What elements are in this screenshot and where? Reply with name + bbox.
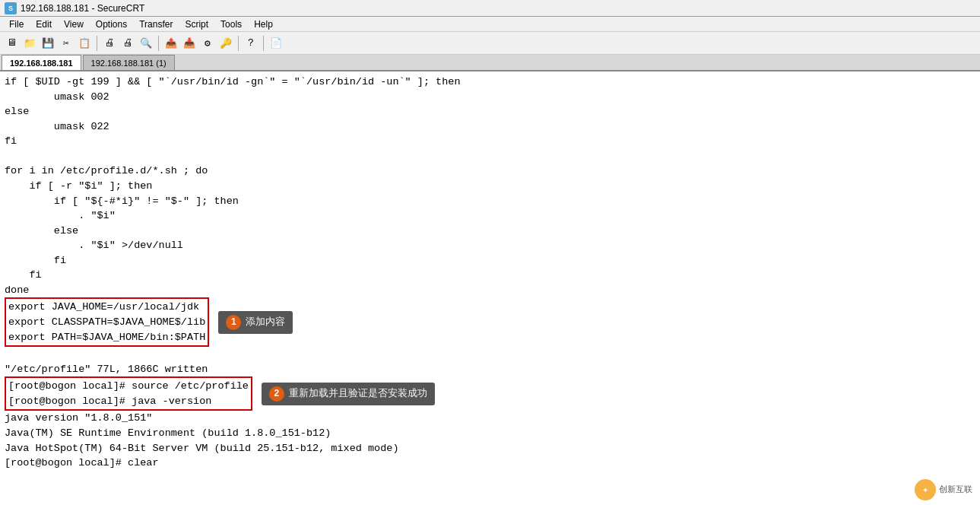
tb-key[interactable]: 🔑 [217, 35, 234, 52]
tb-sftp[interactable]: 📥 [181, 35, 198, 52]
export-highlight-box: export JAVA_HOME=/usr/local/jdk export C… [5, 297, 209, 347]
tb-sep4 [263, 36, 264, 51]
export-line-1: export JAVA_HOME=/usr/local/jdk [8, 300, 205, 315]
term-line-12: fi [5, 253, 975, 268]
term-blank2 [5, 347, 975, 362]
menu-transfer[interactable]: Transfer [133, 18, 179, 30]
tb-find[interactable]: 🔍 [138, 35, 154, 52]
tb-sep3 [238, 36, 239, 51]
term-line-9: . "$i" [5, 208, 975, 224]
term-line-blank1 [5, 149, 975, 164]
term-line-14: done [5, 283, 975, 298]
menu-view[interactable]: View [58, 18, 90, 30]
export-line-3: export PATH=$JAVA_HOME/bin:$PATH [8, 330, 205, 345]
toolbar: 🖥 📁 💾 ✂ 📋 🖨 🖨 🔍 📤 📥 ⚙ 🔑 ? 📄 [0, 32, 980, 55]
export-block: export JAVA_HOME=/usr/local/jdk export C… [5, 297, 975, 347]
menu-bar: File Edit View Options Transfer Script T… [0, 17, 980, 32]
tb-print2[interactable]: 🖨 [119, 35, 136, 52]
tb-print[interactable]: 🖨 [101, 35, 118, 52]
cmd-line-1: [root@bogon local]# source /etc/profile [8, 379, 249, 394]
term-line-3: else [5, 104, 975, 119]
tb-sep2 [158, 36, 159, 51]
tb-transfer[interactable]: 📤 [163, 35, 179, 52]
watermark-icon: ✦ [915, 479, 936, 500]
tb-save[interactable]: 💾 [40, 35, 56, 52]
tb-settings[interactable]: ⚙ [199, 35, 216, 52]
tb-help[interactable]: ? [243, 35, 259, 52]
cmd-line-2: [root@bogon local]# java -version [8, 394, 249, 409]
tab-bar: 192.168.188.181 192.168.188.181 (1) [0, 55, 980, 71]
term-line-6: for i in /etc/profile.d/*.sh ; do [5, 164, 975, 179]
tb-copy[interactable]: 📋 [76, 35, 93, 52]
term-line-4: umask 022 [5, 119, 975, 135]
title-bar: S 192.168.188.181 - SecureCRT [0, 0, 980, 17]
output-line-3: Java HotSpot(TM) 64-Bit Server VM (build… [5, 441, 975, 456]
output-line-1: java version "1.8.0_151" [5, 411, 975, 426]
terminal-area[interactable]: if [ $UID -gt 199 ] && [ "`/usr/bin/id -… [0, 71, 980, 505]
menu-edit[interactable]: Edit [30, 18, 58, 30]
menu-file[interactable]: File [3, 18, 30, 30]
term-line-1: if [ $UID -gt 199 ] && [ "`/usr/bin/id -… [5, 75, 975, 90]
tab-label-1: 192.168.188.181 [10, 59, 73, 68]
watermark: ✦ 创新互联 [915, 479, 972, 500]
annotation-text-2: 重新加载并且验证是否安装成功 [289, 386, 427, 401]
menu-help[interactable]: Help [248, 18, 279, 30]
menu-options[interactable]: Options [90, 18, 133, 30]
command-highlight-box: [root@bogon local]# source /etc/profile … [5, 376, 252, 411]
term-line-7: if [ -r "$i" ]; then [5, 179, 975, 194]
menu-script[interactable]: Script [179, 18, 214, 30]
export-line-2: export CLASSPATH=$JAVA_HOME$/lib [8, 315, 205, 330]
term-line-13: fi [5, 268, 975, 283]
annotation-num-2: 2 [269, 386, 284, 402]
svg-text:✦: ✦ [922, 486, 928, 494]
written-line: "/etc/profile" 77L, 1866C written [5, 362, 975, 377]
tb-cut[interactable]: ✂ [58, 35, 75, 52]
tb-doc[interactable]: 📄 [268, 35, 284, 52]
cxhl-icon: ✦ [918, 483, 932, 497]
annotation-num-1: 1 [226, 315, 241, 330]
tb-new[interactable]: 🖥 [3, 35, 20, 52]
annotation-text-1: 添加内容 [246, 315, 285, 329]
tab-session-2[interactable]: 192.168.188.181 (1) [83, 55, 175, 70]
annotation-2: 2 重新加载并且验证是否安装成功 [262, 383, 435, 405]
annotation-1: 1 添加内容 [218, 311, 293, 334]
term-line-11: . "$i" >/dev/null [5, 238, 975, 253]
tb-open[interactable]: 📁 [21, 35, 38, 52]
output-line-4: [root@bogon local]# clear [5, 456, 975, 471]
tb-sep1 [97, 36, 97, 51]
tab-label-2: 192.168.188.181 (1) [91, 59, 167, 68]
window-title: 192.168.188.181 - SecureCRT [21, 3, 144, 14]
watermark-label: 创新互联 [939, 484, 972, 496]
term-line-5: fi [5, 134, 975, 149]
term-line-10: else [5, 224, 975, 239]
term-line-2: umask 002 [5, 90, 975, 105]
command-block: [root@bogon local]# source /etc/profile … [5, 376, 975, 411]
app-icon: S [5, 2, 17, 14]
output-line-2: Java(TM) SE Runtime Environment (build 1… [5, 426, 975, 441]
term-line-8: if [ "${-#*i}" != "$-" ]; then [5, 194, 975, 209]
menu-tools[interactable]: Tools [214, 18, 248, 30]
tab-session-1[interactable]: 192.168.188.181 [2, 55, 81, 70]
